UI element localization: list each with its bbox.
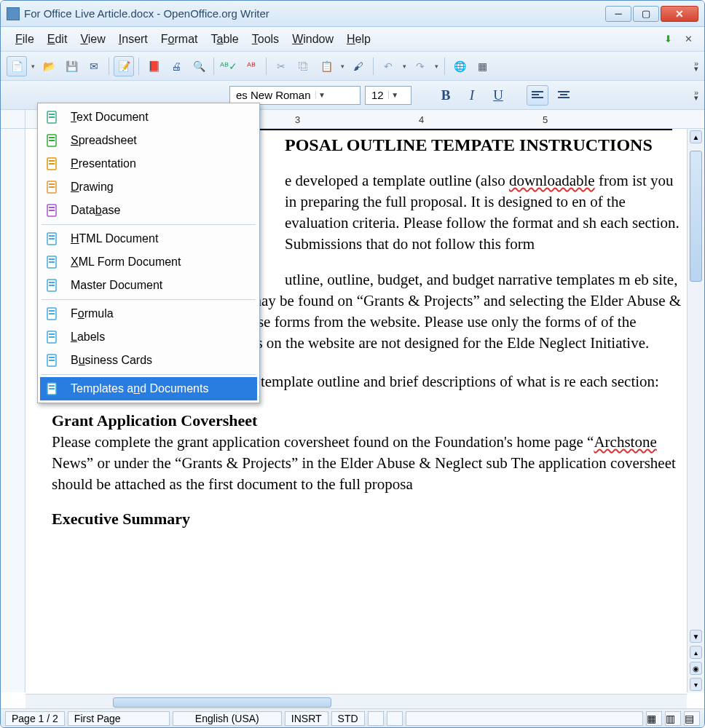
- horizontal-scrollbar[interactable]: [25, 694, 687, 710]
- title-bar: For Office Live Article.docx - OpenOffic…: [1, 1, 704, 27]
- menu-help[interactable]: Help: [341, 30, 377, 49]
- paste-dropdown[interactable]: ▾: [339, 63, 346, 70]
- app-icon: [7, 7, 20, 20]
- new-button[interactable]: 📄: [7, 56, 27, 76]
- menu-item-drawing[interactable]: Drawing: [40, 175, 257, 199]
- menu-insert[interactable]: Insert: [113, 30, 154, 49]
- bold-button[interactable]: B: [435, 85, 457, 106]
- menu-item-label: Formula: [71, 307, 114, 320]
- menu-window[interactable]: Window: [286, 30, 339, 49]
- menu-item-text-doc[interactable]: Text Document: [40, 106, 257, 129]
- minimize-button[interactable]: ─: [605, 6, 631, 22]
- menu-file[interactable]: File: [9, 30, 40, 49]
- save-button[interactable]: 💾: [61, 56, 82, 76]
- svg-rect-41: [49, 388, 55, 389]
- status-view-1[interactable]: ▦: [646, 711, 662, 726]
- paste-button[interactable]: 📋: [316, 56, 336, 76]
- menu-item-label: Database: [71, 204, 121, 217]
- undo-button[interactable]: ↶: [378, 56, 398, 76]
- status-cell[interactable]: [368, 711, 384, 726]
- scroll-down-button[interactable]: ▼: [690, 630, 702, 643]
- bizcards-icon: [44, 352, 60, 368]
- svg-rect-10: [49, 137, 55, 138]
- doc-para-4: Please complete the grant application co…: [52, 432, 687, 495]
- print-button[interactable]: 🖨: [166, 56, 186, 76]
- status-view-3[interactable]: ▤: [684, 711, 700, 726]
- menu-bar: File Edit View Insert Format Table Tools…: [1, 27, 704, 52]
- redo-button[interactable]: ↷: [410, 56, 430, 76]
- next-page-button[interactable]: ▾: [690, 678, 702, 691]
- edit-button[interactable]: 📝: [114, 56, 134, 76]
- format-paintbrush-button[interactable]: 🖌: [348, 56, 369, 76]
- menu-separator: [42, 224, 256, 225]
- prev-page-button[interactable]: ▴: [690, 646, 702, 659]
- underline-button[interactable]: U: [487, 85, 509, 106]
- email-button[interactable]: ✉: [84, 56, 104, 76]
- svg-rect-14: [49, 163, 55, 165]
- menu-item-label: Drawing: [71, 181, 114, 194]
- align-center-button[interactable]: [553, 85, 575, 106]
- menu-view[interactable]: View: [74, 30, 111, 49]
- undo-dropdown[interactable]: ▾: [401, 63, 408, 70]
- svg-rect-17: [49, 186, 55, 188]
- status-language[interactable]: English (USA): [173, 711, 282, 726]
- redo-dropdown[interactable]: ▾: [433, 63, 440, 70]
- maximize-button[interactable]: ▢: [633, 6, 659, 22]
- menu-tools[interactable]: Tools: [246, 30, 285, 49]
- text-doc-icon: [44, 109, 60, 125]
- menu-table[interactable]: Table: [205, 30, 245, 49]
- status-style[interactable]: First Page: [68, 711, 170, 726]
- font-size-combo[interactable]: 12 ▼: [365, 86, 411, 105]
- font-combo[interactable]: es New Roman ▼: [229, 86, 361, 105]
- preview-button[interactable]: 🔍: [189, 56, 209, 76]
- align-left-button[interactable]: [527, 85, 548, 106]
- cut-button[interactable]: ✂: [271, 56, 291, 76]
- italic-button[interactable]: I: [461, 85, 483, 106]
- formula-icon: [44, 306, 60, 322]
- status-selection[interactable]: STD: [331, 711, 365, 726]
- svg-rect-8: [49, 116, 55, 118]
- menu-separator: [42, 374, 256, 375]
- auto-spellcheck-button[interactable]: ᴬᴮ: [241, 56, 261, 76]
- new-dropdown[interactable]: ▾: [29, 63, 36, 70]
- table-button[interactable]: ▦: [472, 56, 492, 76]
- status-cell[interactable]: [387, 711, 403, 726]
- toolbar-overflow[interactable]: »▾: [694, 61, 698, 71]
- hyperlink-button[interactable]: 🌐: [449, 56, 470, 76]
- status-view-2[interactable]: ▥: [665, 711, 681, 726]
- menu-item-label: Spreadsheet: [71, 134, 137, 147]
- spellcheck-button[interactable]: ᴬᴮ✓: [218, 56, 239, 76]
- scroll-up-button[interactable]: ▲: [690, 130, 702, 143]
- pdf-button[interactable]: 📕: [143, 56, 164, 76]
- menu-item-spreadsheet[interactable]: Spreadsheet: [40, 129, 257, 152]
- menu-item-master-doc[interactable]: Master Document: [40, 274, 257, 297]
- menu-item-label: XML Form Document: [71, 256, 181, 269]
- hscroll-thumb[interactable]: [113, 697, 331, 708]
- scroll-thumb[interactable]: [690, 151, 702, 282]
- open-button[interactable]: 📂: [39, 56, 59, 76]
- new-document-menu: Text DocumentSpreadsheetPresentationDraw…: [37, 103, 260, 403]
- menu-item-database[interactable]: Database: [40, 199, 257, 222]
- download-icon[interactable]: ⬇: [661, 32, 675, 47]
- status-page[interactable]: Page 1 / 2: [5, 711, 65, 726]
- svg-rect-7: [49, 114, 55, 115]
- menu-item-templates[interactable]: Templates and Documents: [40, 377, 257, 400]
- menu-item-html-doc[interactable]: HTML Document: [40, 227, 257, 250]
- doc-subhead-2: Executive Summary: [52, 508, 687, 530]
- status-insert[interactable]: INSRT: [285, 711, 328, 726]
- menu-item-xml-doc[interactable]: XML Form Document: [40, 250, 257, 274]
- close-doc-icon[interactable]: ✕: [681, 32, 696, 47]
- format-overflow[interactable]: »▾: [694, 90, 698, 100]
- vertical-scrollbar[interactable]: ▲ ▼ ▴ ◉ ▾: [687, 129, 704, 692]
- menu-item-presentation[interactable]: Presentation: [40, 152, 257, 175]
- menu-item-formula[interactable]: Formula: [40, 302, 257, 325]
- menu-item-bizcards[interactable]: Business Cards: [40, 349, 257, 372]
- nav-target-button[interactable]: ◉: [690, 662, 702, 675]
- copy-button[interactable]: ⿻: [294, 56, 314, 76]
- menu-edit[interactable]: Edit: [42, 30, 74, 49]
- svg-rect-32: [49, 313, 55, 314]
- menu-format[interactable]: Format: [155, 30, 204, 49]
- menu-item-labels[interactable]: Labels: [40, 325, 257, 349]
- close-button[interactable]: ✕: [661, 6, 698, 22]
- drawing-icon: [44, 179, 60, 195]
